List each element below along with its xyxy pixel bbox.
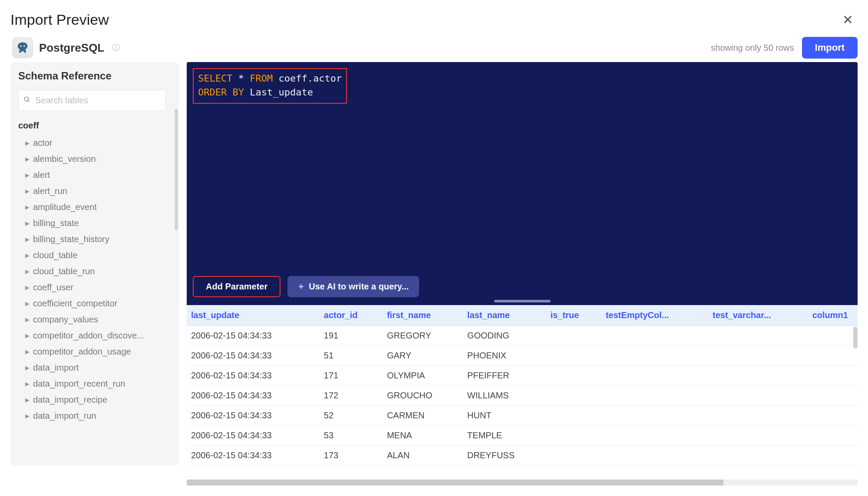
table-label: company_values: [33, 315, 98, 325]
table-label: coeff_user: [33, 282, 73, 292]
column-header[interactable]: last_name: [463, 305, 546, 326]
table-cell: [546, 346, 601, 366]
table-hscroll-thumb[interactable]: [187, 480, 723, 486]
table-cell: [708, 406, 808, 426]
import-button[interactable]: Import: [802, 37, 858, 59]
sidebar-table-item[interactable]: ▶alembic_version: [18, 151, 157, 167]
table-label: data_import: [33, 363, 79, 373]
sidebar-table-item[interactable]: ▶competitor_addon_usage: [18, 344, 157, 360]
table-row[interactable]: 2006-02-15 04:34:33172GROUCHOWILLIAMS: [187, 386, 858, 406]
svg-point-0: [20, 46, 22, 47]
topbar-right: showing only 50 rows Import: [711, 37, 858, 59]
column-header[interactable]: testEmptyCol...: [601, 305, 708, 326]
sidebar-table-item[interactable]: ▶billing_state_history: [18, 231, 157, 247]
table-cell: [601, 346, 708, 366]
body: Schema Reference coeff ▶actor▶alembic_ve…: [10, 62, 858, 486]
table-cell: [601, 406, 708, 426]
table-label: competitor_addon_usage: [33, 347, 131, 357]
chevron-right-icon: ▶: [25, 284, 30, 291]
table-label: alembic_version: [33, 154, 96, 164]
sidebar-table-item[interactable]: ▶cloud_table: [18, 247, 157, 263]
chevron-right-icon: ▶: [25, 348, 30, 355]
table-cell: TEMPLE: [463, 426, 546, 446]
sparkle-icon: ✦: [298, 282, 304, 292]
sql-resize-handle[interactable]: [494, 300, 551, 302]
svg-point-2: [24, 97, 28, 101]
sidebar-table-item[interactable]: ▶alert: [18, 167, 157, 183]
table-label: amplitude_event: [33, 202, 97, 212]
use-ai-button[interactable]: ✦ Use AI to write a query...: [287, 276, 419, 297]
sidebar-table-item[interactable]: ▶billing_state: [18, 215, 157, 231]
sidebar-scrollbar-thumb[interactable]: [175, 109, 178, 230]
sidebar-table-item[interactable]: ▶alert_run: [18, 183, 157, 199]
main-panel: SELECT * FROM coeff.actor ORDER BY Last_…: [187, 62, 858, 486]
table-row[interactable]: 2006-02-15 04:34:3353MENATEMPLE: [187, 426, 858, 446]
table-cell: [808, 386, 858, 406]
schema-name[interactable]: coeff: [18, 121, 173, 131]
table-row[interactable]: 2006-02-15 04:34:3352CARMENHUNT: [187, 406, 858, 426]
table-cell: [546, 366, 601, 386]
table-cell: [601, 446, 708, 466]
table-vscroll-thumb[interactable]: [853, 327, 858, 348]
postgresql-icon: [12, 37, 33, 58]
sidebar-table-item[interactable]: ▶data_import_recent_run: [18, 376, 157, 392]
sidebar-table-item[interactable]: ▶data_import_run: [18, 408, 157, 424]
column-header[interactable]: is_true: [546, 305, 601, 326]
column-header[interactable]: actor_id: [320, 305, 383, 326]
sidebar-table-item[interactable]: ▶coefficient_competitor: [18, 296, 157, 312]
table-cell: 172: [320, 386, 383, 406]
table-hscroll-track[interactable]: [187, 480, 858, 486]
sidebar-table-item[interactable]: ▶cloud_table_run: [18, 263, 157, 279]
table-cell: [808, 366, 858, 386]
column-header[interactable]: test_varchar...: [708, 305, 808, 326]
sidebar-table-item[interactable]: ▶company_values: [18, 312, 157, 328]
table-label: alert_run: [33, 186, 67, 196]
info-icon[interactable]: ⓘ: [112, 43, 120, 53]
column-header[interactable]: last_update: [187, 305, 320, 326]
sql-star: *: [232, 73, 250, 84]
sql-editor[interactable]: SELECT * FROM coeff.actor ORDER BY Last_…: [187, 62, 858, 305]
preview-table: last_updateactor_idfirst_namelast_nameis…: [187, 305, 858, 466]
preview-table-wrap[interactable]: last_updateactor_idfirst_namelast_nameis…: [187, 305, 858, 486]
chevron-right-icon: ▶: [25, 140, 30, 146]
chevron-right-icon: ▶: [25, 413, 30, 419]
table-cell: GOODING: [463, 326, 546, 346]
table-cell: DREYFUSS: [463, 446, 546, 466]
table-cell: 173: [320, 446, 383, 466]
add-parameter-button[interactable]: Add Parameter: [193, 276, 281, 297]
sidebar-table-item[interactable]: ▶actor: [18, 135, 157, 151]
table-cell: [808, 346, 858, 366]
table-cell: PFEIFFER: [463, 366, 546, 386]
table-cell: [601, 426, 708, 446]
close-button[interactable]: ✕: [838, 10, 858, 29]
schema-sidebar: Schema Reference coeff ▶actor▶alembic_ve…: [10, 62, 179, 466]
table-cell: [708, 446, 808, 466]
table-row[interactable]: 2006-02-15 04:34:3351GARYPHOENIX: [187, 346, 858, 366]
chevron-right-icon: ▶: [25, 220, 30, 227]
sidebar-table-item[interactable]: ▶coeff_user: [18, 279, 157, 296]
table-label: actor: [33, 138, 52, 148]
table-cell: [708, 326, 808, 346]
sidebar-table-item[interactable]: ▶amplitude_event: [18, 199, 157, 215]
table-cell: OLYMPIA: [383, 366, 463, 386]
column-header[interactable]: first_name: [383, 305, 463, 326]
table-row[interactable]: 2006-02-15 04:34:33173ALANDREYFUSS: [187, 446, 858, 466]
table-label: billing_state: [33, 218, 79, 228]
chevron-right-icon: ▶: [25, 172, 30, 178]
column-header[interactable]: column1: [808, 305, 858, 326]
table-row[interactable]: 2006-02-15 04:34:33171OLYMPIAPFEIFFER: [187, 366, 858, 386]
sidebar-table-item[interactable]: ▶data_import_recipe: [18, 392, 157, 408]
sidebar-table-item[interactable]: ▶data_import: [18, 360, 157, 376]
table-cell: ALAN: [383, 446, 463, 466]
table-cell: 191: [320, 326, 383, 346]
search-input[interactable]: [18, 90, 166, 111]
table-label: competitor_addon_discove...: [33, 331, 144, 341]
table-cell: HUNT: [463, 406, 546, 426]
table-label: data_import_run: [33, 411, 96, 421]
table-cell: [546, 326, 601, 346]
table-cell: GARY: [383, 346, 463, 366]
schema-list[interactable]: coeff ▶actor▶alembic_version▶alert▶alert…: [18, 119, 175, 458]
table-row[interactable]: 2006-02-15 04:34:33191GREGORYGOODING: [187, 326, 858, 346]
sidebar-table-item[interactable]: ▶competitor_addon_discove...: [18, 328, 157, 344]
table-cell: 171: [320, 366, 383, 386]
